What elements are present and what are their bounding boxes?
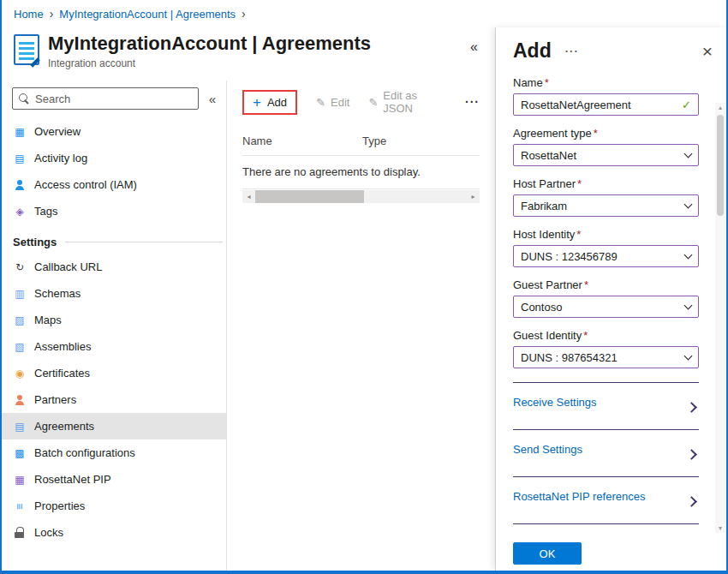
sidebar-item-callback-url[interactable]: ↻ Callback URL <box>2 254 226 280</box>
field-label: Agreement type* <box>513 127 699 140</box>
sidebar-item-assemblies[interactable]: ▧ Assemblies <box>2 333 226 360</box>
agreements-table: Name Type There are no agreements to dis… <box>242 127 480 203</box>
guest-identity-value: DUNS : 987654321 <box>521 351 618 364</box>
required-marker: * <box>583 329 588 342</box>
sidebar-item-label: Callback URL <box>34 260 102 273</box>
breadcrumb-home-link[interactable]: Home <box>14 8 44 21</box>
scroll-left-icon[interactable]: ◂ <box>242 190 255 203</box>
field-group-host-partner: Host Partner* Fabrikam <box>513 177 699 217</box>
sidebar-item-rosettanet-pip[interactable]: ▦ RosettaNet PIP <box>2 466 226 493</box>
column-header-name[interactable]: Name <box>242 135 362 147</box>
chevron-down-icon <box>684 200 693 209</box>
send-settings-label: Send Settings <box>513 443 582 456</box>
add-button-label: Add <box>267 96 287 109</box>
table-header-row: Name Type <box>242 127 480 156</box>
scroll-right-icon[interactable]: ▸ <box>467 190 480 203</box>
guest-partner-dropdown[interactable]: Contoso <box>513 296 699 318</box>
agreement-type-dropdown[interactable]: RosettaNet <box>513 144 699 166</box>
edit-button[interactable]: ✎ Edit <box>316 96 349 109</box>
sidebar-item-overview[interactable]: ▦ Overview <box>2 118 226 145</box>
horizontal-scrollbar[interactable]: ◂ ▸ <box>242 190 480 203</box>
receive-settings-link[interactable]: Receive Settings <box>513 382 699 429</box>
name-label: Name <box>513 76 543 89</box>
add-button[interactable]: + Add <box>242 90 297 115</box>
chevron-down-icon <box>684 352 693 361</box>
batch-configurations-icon: ▩ <box>13 448 27 458</box>
search-input[interactable] <box>35 93 193 105</box>
ok-button[interactable]: OK <box>513 542 582 565</box>
sidebar-item-label: Schemas <box>34 287 81 300</box>
page-header: MyIntegrationAccount | Agreements Integr… <box>2 27 495 81</box>
settings-divider <box>65 242 223 242</box>
guest-identity-dropdown[interactable]: DUNS : 987654321 <box>513 346 699 368</box>
panel-sections: Receive Settings Send Settings RosettaNe… <box>513 382 726 524</box>
pencil-icon: ✎ <box>368 96 378 109</box>
sidebar-item-access-control-iam[interactable]: Access control (IAM) <box>2 171 226 198</box>
sidebar-item-label: Maps <box>34 314 62 326</box>
send-settings-link[interactable]: Send Settings <box>513 429 699 476</box>
scrollbar-thumb[interactable] <box>717 115 724 216</box>
column-header-type[interactable]: Type <box>362 135 386 147</box>
sidebar-item-label: Activity log <box>34 152 87 164</box>
chevron-right-icon <box>686 496 697 507</box>
integration-account-icon <box>14 34 39 65</box>
host-identity-dropdown[interactable]: DUNS : 123456789 <box>513 245 699 267</box>
scroll-up-icon[interactable]: ▴ <box>715 104 725 111</box>
field-group-host-identity: Host Identity* DUNS : 123456789 <box>513 228 699 267</box>
sidebar-item-properties[interactable]: ≡ Properties <box>2 493 226 519</box>
required-marker: * <box>584 278 588 291</box>
sidebar-item-label: Batch configurations <box>34 446 135 459</box>
field-label: Guest Identity* <box>513 329 699 342</box>
sidebar-item-locks[interactable]: Locks <box>2 519 226 546</box>
breadcrumb-separator-icon: › <box>242 7 246 21</box>
settings-group-label: Settings <box>13 236 57 248</box>
field-label: Name* <box>513 76 699 89</box>
sidebar-item-maps[interactable]: ▨ Maps <box>2 307 226 333</box>
tags-icon: ◈ <box>13 206 27 217</box>
search-icon <box>18 93 30 105</box>
close-icon[interactable]: × <box>702 42 713 60</box>
toolbar: + Add ✎ Edit ✎ Edit as JSON ··· <box>227 81 495 122</box>
sidebar-item-label: Access control (IAM) <box>34 178 137 191</box>
pencil-icon: ✎ <box>316 96 325 109</box>
edit-as-json-button[interactable]: ✎ Edit as JSON <box>368 89 446 115</box>
scroll-down-icon[interactable]: ▾ <box>715 524 725 532</box>
required-marker: * <box>594 127 598 140</box>
scrollbar-thumb[interactable] <box>255 190 364 203</box>
sidebar-item-certificates[interactable]: ◉ Certificates <box>2 360 226 386</box>
more-options-icon[interactable]: ··· <box>465 95 495 109</box>
name-field[interactable] <box>521 99 682 111</box>
host-partner-value: Fabrikam <box>521 200 567 212</box>
main-content: + Add ✎ Edit ✎ Edit as JSON ··· <box>227 81 495 571</box>
sidebar-item-label: Tags <box>34 205 57 218</box>
name-field-wrap: ✓ <box>513 93 699 116</box>
sidebar-item-activity-log[interactable]: ▤ Activity log <box>2 145 226 171</box>
guest-identity-label: Guest Identity <box>513 329 582 342</box>
sidebar-item-tags[interactable]: ◈ Tags <box>2 198 226 224</box>
sidebar-item-agreements[interactable]: ▤ Agreements <box>2 413 226 439</box>
azure-portal-page: Home › MyIntegrationAccount | Agreements… <box>0 0 728 574</box>
host-identity-value: DUNS : 123456789 <box>521 250 618 263</box>
sidebar-nav: ▦ Overview ▤ Activity log Access control… <box>2 118 226 546</box>
sidebar-item-schemas[interactable]: ▥ Schemas <box>2 280 226 307</box>
host-partner-dropdown[interactable]: Fabrikam <box>513 194 699 217</box>
sidebar-item-label: Partners <box>34 393 76 406</box>
sidebar-item-batch-configurations[interactable]: ▩ Batch configurations <box>2 439 226 466</box>
section-divider <box>513 523 699 524</box>
add-panel: Add ··· × Name* ✓ Agreement type* Rosett <box>495 27 726 571</box>
sidebar-item-partners[interactable]: Partners <box>2 386 226 413</box>
collapse-panel-icon[interactable]: « <box>470 39 478 55</box>
locks-icon <box>13 526 27 540</box>
panel-footer: OK <box>496 536 726 571</box>
field-group-name: Name* ✓ <box>513 76 699 116</box>
rosettanet-pip-references-link[interactable]: RosettaNet PIP references <box>513 476 699 523</box>
partners-icon <box>13 393 27 407</box>
page-subtitle: Integration account <box>48 57 371 69</box>
agreement-type-label: Agreement type <box>513 127 592 140</box>
field-label: Guest Partner* <box>513 278 699 291</box>
vertical-scrollbar[interactable]: ▴ ▾ <box>715 103 725 533</box>
sidebar-item-label: Properties <box>34 499 85 512</box>
panel-more-icon[interactable]: ··· <box>565 45 579 57</box>
breadcrumb-account-link[interactable]: MyIntegrationAccount | Agreements <box>59 8 236 21</box>
collapse-sidebar-icon[interactable]: « <box>204 92 221 106</box>
